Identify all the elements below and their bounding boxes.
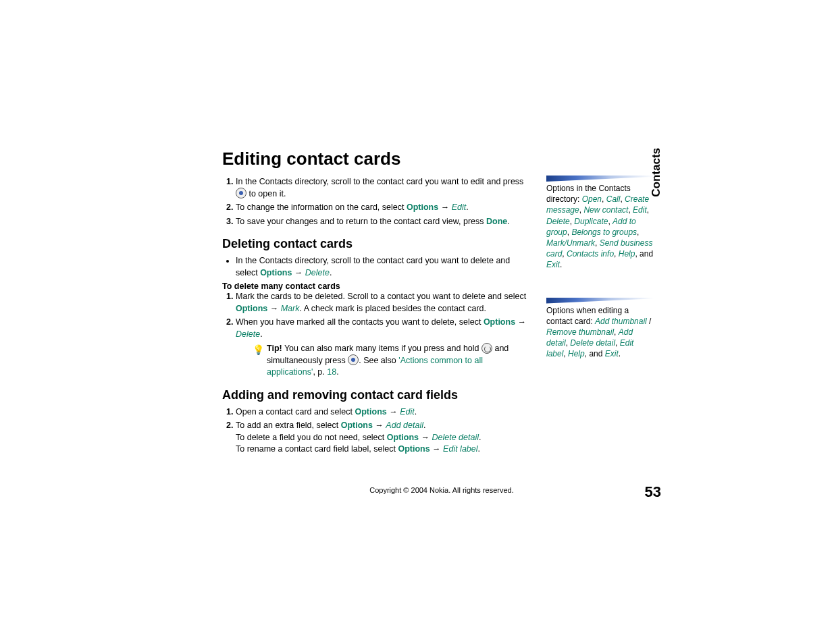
option-item: Edit [633,205,647,215]
sub-line-rename-field: To rename a contact card field label, se… [236,444,533,456]
tip-row: 💡 Tip! You can also mark many items if y… [249,343,533,379]
text: . [619,349,621,358]
tip-text: Tip! You can also mark many items if you… [267,343,533,379]
text: Mark the cards to be deleted. Scroll to … [236,292,526,301]
arrow-icon: → [432,444,441,454]
step-1: Open a contact card and select Options →… [236,406,533,419]
text: When you have marked all the contacts yo… [236,317,484,327]
text: . [479,433,481,442]
option-item: Contacts info [567,249,614,259]
text: . [560,260,562,269]
delete-detail-action: Delete detail [432,433,479,442]
text: To save your changes and to return to th… [236,217,486,226]
option-item: Remove thumbnail [546,327,614,337]
options-command: Options [341,421,373,430]
edit-action: Edit [400,407,415,417]
page-ref-link[interactable]: 18 [327,367,336,377]
edit-key-icon [481,343,492,354]
text: . [507,217,509,226]
joystick-press-icon [236,188,246,198]
text: , and [585,349,605,358]
option-item: Duplicate [574,217,608,226]
options-command: Options [387,433,419,442]
options-command: Options [484,317,515,327]
option-item: Mark/Unmark [546,238,595,248]
delete-many-subheading: To delete many contact cards [222,281,533,291]
options-command: Options [355,407,387,417]
option-item: Add thumbnail [595,317,647,326]
arrow-icon: → [389,407,398,417]
option-item: Call [606,194,621,204]
main-column: Editing contact cards In the Contacts di… [222,149,533,458]
option-item: Help [619,249,635,259]
option-item: Exit [605,349,619,358]
text: To rename a contact card field label, se… [236,444,398,454]
arrow-icon: → [270,304,279,313]
edit-action: Edit [452,203,467,212]
add-detail-action: Add detail [386,421,423,430]
arrow-icon: → [518,317,527,327]
text: to open it. [246,189,286,198]
text: . [260,329,262,339]
edit-steps-list: In the Contacts directory, scroll to the… [222,176,533,227]
copyright-text: Copyright © 2004 Nokia. All rights reser… [222,486,661,494]
options-command: Options [398,444,429,454]
sidebar-rule-icon [546,176,654,182]
option-item: Exit [546,260,560,269]
text: / [647,317,652,326]
arrow-icon: → [421,433,429,442]
text: To delete a field you do not need, selec… [236,433,387,442]
step-2: When you have marked all the contacts yo… [236,317,533,379]
arrow-icon: → [375,421,384,430]
text: In the Contacts directory, scroll to the… [236,177,523,186]
option-item: Help [568,349,585,358]
text: . See also [359,356,398,365]
sidebar-note-directory-options: Options in the Contacts directory: Open,… [546,176,654,271]
heading-editing-contact-cards: Editing contact cards [222,149,533,169]
add-remove-steps: Open a contact card and select Options →… [222,406,533,456]
arrow-icon: → [441,203,450,212]
sidebar-rule-icon [546,298,654,304]
arrow-icon: → [294,268,303,277]
option-item: Open [582,194,602,204]
edit-label-action: Edit label [443,444,477,454]
sidebar-column: Options in the Contacts directory: Open,… [546,149,654,359]
sub-line-delete-field: To delete a field you do not need, selec… [236,432,533,444]
step-2: To change the information on the card, s… [236,202,533,214]
mark-action: Mark [281,304,300,313]
text: . [478,444,480,454]
step-1: In the Contacts directory, scroll to the… [236,176,533,200]
delete-action: Delete [236,329,260,339]
option-item: Delete detail [570,338,615,348]
option-item: Belongs to groups [571,227,637,237]
text: . A check mark is placed besides the con… [299,304,486,313]
text: . [336,367,338,377]
heading-deleting-contact-cards: Deleting contact cards [222,237,533,251]
text: . [423,421,425,430]
options-command: Options [407,203,438,212]
delete-bullet-list: In the Contacts directory, scroll to the… [222,255,533,279]
text: . [330,268,332,277]
text: . [466,203,468,212]
page-content: Editing contact cards In the Contacts di… [222,149,661,458]
text: To add an extra field, select [236,421,341,430]
heading-adding-removing-fields: Adding and removing contact card fields [222,388,533,402]
delete-action: Delete [305,268,330,277]
text: . [415,407,417,417]
tip-label: Tip! [267,344,282,353]
step-1: Mark the cards to be deleted. Scroll to … [236,291,533,315]
option-item: New contact [583,205,628,215]
option-item: Delete [546,217,570,226]
step-2: To add an extra field, select Options → … [236,420,533,456]
text: To change the information on the card, s… [236,203,407,212]
options-command: Options [236,304,267,313]
page-footer: Copyright © 2004 Nokia. All rights reser… [222,486,661,494]
sidebar-note-editing-options: Options when editing a contact card: Add… [546,298,654,360]
tip-bulb-icon: 💡 [249,343,267,357]
text: , p. [313,367,327,377]
done-command: Done [486,217,507,226]
joystick-press-icon [348,354,359,365]
options-command: Options [260,268,292,277]
text: You can also mark many items if you pres… [282,344,481,353]
delete-many-steps: Mark the cards to be deleted. Scroll to … [222,291,533,379]
